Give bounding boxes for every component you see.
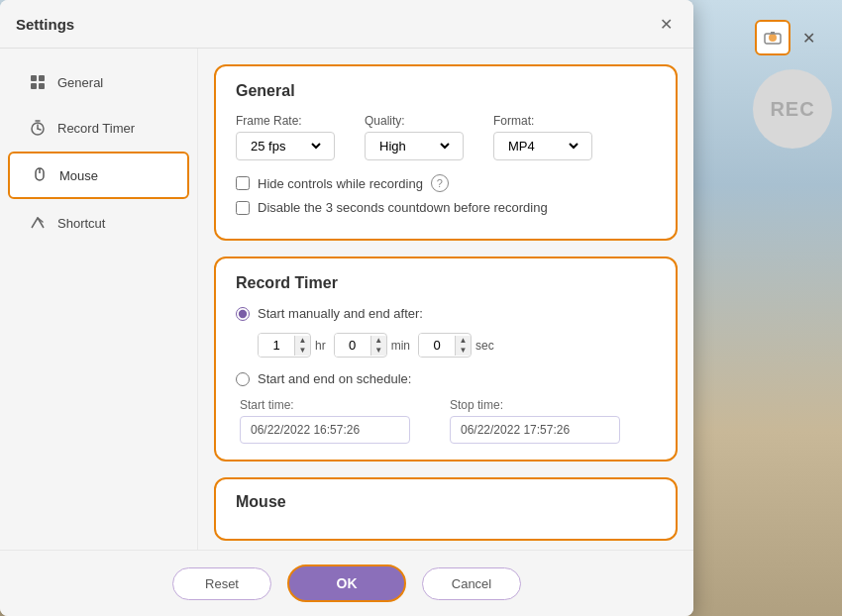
- start-schedule-row: Start and end on schedule:: [236, 371, 656, 386]
- disable-countdown-checkbox[interactable]: [236, 201, 250, 215]
- cancel-button[interactable]: Cancel: [422, 567, 521, 600]
- dialog-body: General Record Timer Mouse Shortcut: [0, 49, 693, 550]
- quality-dropdown[interactable]: Low Medium High Ultra: [365, 132, 464, 160]
- minutes-input[interactable]: [335, 334, 370, 357]
- svg-rect-3: [39, 75, 45, 81]
- hide-controls-label: Hide controls while recording: [258, 176, 423, 191]
- seconds-spinner-btns: ▲ ▼: [455, 336, 471, 356]
- frame-rate-dropdown[interactable]: 15 fps 20 fps 25 fps 30 fps 60 fps: [236, 132, 335, 160]
- hours-spinner[interactable]: ▲ ▼: [258, 333, 311, 358]
- minutes-up-button[interactable]: ▲: [370, 336, 386, 346]
- format-select[interactable]: MP4 AVI MOV GIF: [504, 138, 581, 154]
- minutes-down-button[interactable]: ▼: [370, 346, 386, 356]
- rec-area: ✕: [755, 20, 822, 55]
- settings-dialog: Settings ✕ General Record Timer: [0, 0, 693, 616]
- title-bar: Settings ✕: [0, 0, 693, 49]
- start-manually-radio[interactable]: [236, 307, 250, 321]
- sidebar-label-mouse: Mouse: [59, 168, 98, 183]
- minutes-group: ▲ ▼ min: [334, 333, 410, 358]
- stop-time-input[interactable]: [450, 416, 620, 444]
- disable-countdown-label: Disable the 3 seconds countdown before r…: [258, 200, 548, 215]
- general-icon: [28, 72, 48, 92]
- disable-countdown-row: Disable the 3 seconds countdown before r…: [236, 200, 656, 215]
- rec-close-button[interactable]: ✕: [794, 24, 822, 51]
- quality-select[interactable]: Low Medium High Ultra: [375, 138, 453, 154]
- format-dropdown[interactable]: MP4 AVI MOV GIF: [493, 132, 592, 160]
- hours-unit: hr: [315, 339, 326, 353]
- format-label: Format:: [493, 114, 592, 128]
- minutes-spinner[interactable]: ▲ ▼: [334, 333, 387, 358]
- hours-spinner-btns: ▲ ▼: [294, 336, 310, 356]
- hours-input[interactable]: [259, 334, 294, 357]
- start-time-label: Start time:: [240, 398, 410, 412]
- mouse-section: Mouse: [214, 477, 678, 541]
- record-timer-title: Record Timer: [236, 274, 656, 292]
- camera-icon: [763, 28, 783, 48]
- sidebar-label-general: General: [57, 75, 103, 90]
- help-icon[interactable]: ?: [431, 174, 449, 192]
- seconds-group: ▲ ▼ sec: [418, 333, 494, 358]
- rec-circle: REC: [753, 69, 832, 149]
- general-dropdowns-row: Frame Rate: 15 fps 20 fps 25 fps 30 fps …: [236, 114, 656, 160]
- seconds-up-button[interactable]: ▲: [455, 336, 471, 346]
- start-schedule-radio[interactable]: [236, 372, 250, 386]
- hours-up-button[interactable]: ▲: [294, 336, 310, 346]
- main-content: General Frame Rate: 15 fps 20 fps 25 fps…: [198, 49, 693, 550]
- time-inputs-row: ▲ ▼ hr ▲ ▼: [258, 333, 656, 358]
- hours-down-button[interactable]: ▼: [294, 346, 310, 356]
- general-section-title: General: [236, 82, 656, 100]
- rec-icon-button[interactable]: [755, 20, 790, 55]
- start-manually-label: Start manually and end after:: [258, 306, 423, 321]
- seconds-input[interactable]: [419, 334, 455, 357]
- svg-point-0: [769, 34, 777, 42]
- svg-rect-2: [31, 75, 37, 81]
- stop-time-label: Stop time:: [450, 398, 620, 412]
- dialog-footer: Reset OK Cancel: [0, 550, 693, 616]
- start-manually-row: Start manually and end after:: [236, 306, 656, 321]
- mouse-icon: [30, 165, 50, 185]
- seconds-unit: sec: [475, 339, 494, 353]
- shortcut-icon: [28, 213, 48, 233]
- start-time-input[interactable]: [240, 416, 410, 444]
- sidebar-item-record-timer[interactable]: Record Timer: [8, 106, 189, 150]
- sidebar-item-shortcut[interactable]: Shortcut: [8, 201, 189, 245]
- schedule-row: Start time: Stop time:: [240, 398, 656, 444]
- reset-button[interactable]: Reset: [172, 567, 271, 600]
- svg-rect-4: [31, 83, 37, 89]
- hours-group: ▲ ▼ hr: [258, 333, 326, 358]
- frame-rate-select[interactable]: 15 fps 20 fps 25 fps 30 fps 60 fps: [247, 138, 324, 154]
- quality-label: Quality:: [365, 114, 464, 128]
- seconds-spinner[interactable]: ▲ ▼: [418, 333, 472, 358]
- dialog-title: Settings: [16, 16, 74, 33]
- start-schedule-label: Start and end on schedule:: [258, 371, 411, 386]
- seconds-down-button[interactable]: ▼: [455, 346, 471, 356]
- timer-icon: [28, 118, 48, 138]
- stop-time-field: Stop time:: [450, 398, 620, 444]
- svg-rect-5: [39, 83, 45, 89]
- sidebar-item-mouse[interactable]: Mouse: [8, 152, 189, 199]
- sidebar-label-shortcut: Shortcut: [57, 216, 105, 231]
- frame-rate-group: Frame Rate: 15 fps 20 fps 25 fps 30 fps …: [236, 114, 335, 160]
- dialog-close-button[interactable]: ✕: [654, 12, 678, 36]
- quality-group: Quality: Low Medium High Ultra: [365, 114, 464, 160]
- general-section: General Frame Rate: 15 fps 20 fps 25 fps…: [214, 64, 678, 241]
- minutes-spinner-btns: ▲ ▼: [370, 336, 386, 356]
- hide-controls-row: Hide controls while recording ?: [236, 174, 656, 192]
- frame-rate-label: Frame Rate:: [236, 114, 335, 128]
- ok-button[interactable]: OK: [287, 565, 406, 602]
- start-time-field: Start time:: [240, 398, 410, 444]
- sidebar-label-record-timer: Record Timer: [57, 121, 135, 136]
- sidebar: General Record Timer Mouse Shortcut: [0, 49, 198, 550]
- hide-controls-checkbox[interactable]: [236, 176, 250, 190]
- mouse-section-title: Mouse: [236, 493, 656, 511]
- minutes-unit: min: [391, 339, 410, 353]
- sidebar-item-general[interactable]: General: [8, 60, 189, 104]
- format-group: Format: MP4 AVI MOV GIF: [493, 114, 592, 160]
- record-timer-section: Record Timer Start manually and end afte…: [214, 257, 678, 462]
